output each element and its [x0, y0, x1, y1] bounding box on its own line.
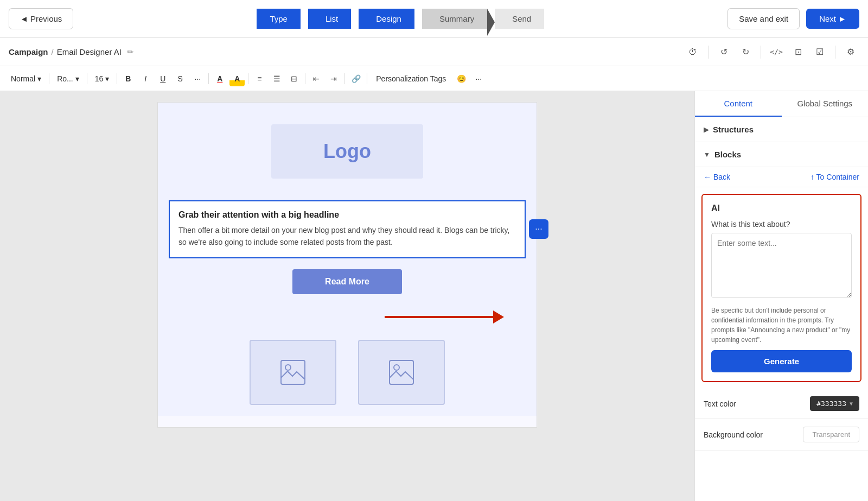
logo-box[interactable]: Logo	[271, 124, 423, 179]
divider	[87, 73, 87, 84]
italic-button[interactable]: I	[138, 71, 153, 86]
format-toolbar: Normal ▾ Ro... ▾ 16 ▾ B I U S ··· A A ≡ …	[0, 66, 868, 91]
check-icon[interactable]: ☑	[811, 43, 828, 61]
text-block-body: Then offer a bit more detail on your new…	[178, 224, 516, 249]
underline-button[interactable]: U	[155, 71, 170, 86]
tab-global-settings[interactable]: Global Settings	[782, 91, 869, 117]
read-more-block: Read More	[158, 258, 537, 305]
svg-rect-0	[281, 360, 305, 384]
generate-button[interactable]: Generate	[711, 350, 852, 372]
image-placeholder-1[interactable]	[250, 340, 336, 405]
image-icon-2	[388, 359, 415, 386]
style-select[interactable]: Normal ▾	[7, 72, 46, 85]
link-button[interactable]: 🔗	[348, 71, 363, 86]
ai-question: What is this text about?	[711, 220, 852, 229]
divider	[117, 73, 117, 84]
history-icon[interactable]: ⏱	[684, 43, 701, 61]
save-exit-button[interactable]: Save and exit	[727, 8, 800, 29]
back-button[interactable]: ← Back	[704, 173, 730, 181]
red-arrow-line	[385, 316, 493, 318]
undo-icon[interactable]: ↺	[715, 43, 732, 61]
chevron-right-icon: ▶	[704, 126, 709, 134]
breadcrumb-name: Email Designer AI	[57, 47, 122, 56]
indent-in-button[interactable]: ⇥	[326, 71, 341, 86]
structures-header[interactable]: ▶ Structures	[704, 125, 859, 134]
images-row	[158, 329, 537, 416]
more-format-button[interactable]: ···	[190, 71, 205, 86]
settings-icon[interactable]: ⚙	[842, 43, 859, 61]
logo-block: Logo	[158, 103, 537, 200]
read-more-button[interactable]: Read More	[292, 269, 402, 294]
structures-section: ▶ Structures	[695, 117, 868, 142]
text-block[interactable]: Grab their attention with a big headline…	[169, 200, 526, 258]
indent-out-button[interactable]: ⇤	[309, 71, 324, 86]
text-block-headline: Grab their attention with a big headline	[178, 210, 516, 220]
svg-point-1	[285, 365, 291, 370]
top-nav: ◄ Previous Type List Design Summary Send…	[0, 0, 868, 38]
image-icon-1	[279, 359, 307, 386]
text-color-label: Text color	[704, 399, 736, 408]
bg-color-label: Background color	[704, 430, 763, 439]
text-color-row: Text color #333333 ▼	[695, 389, 868, 419]
ai-box: AI What is this text about? Be specific …	[701, 194, 861, 382]
svg-rect-2	[390, 360, 413, 384]
divider	[761, 46, 761, 59]
ai-textarea[interactable]	[711, 233, 852, 298]
emoji-button[interactable]: 😊	[454, 71, 469, 86]
nav-left: ◄ Previous	[9, 8, 73, 29]
font-select[interactable]: Ro... ▾	[53, 72, 84, 85]
svg-point-3	[394, 365, 399, 370]
chevron-down-icon: ▼	[704, 151, 710, 158]
step-send[interactable]: Send	[495, 9, 544, 29]
panel-nav: ← Back ↑ To Container	[695, 167, 868, 187]
ai-title: AI	[711, 204, 852, 213]
blocks-section: ▼ Blocks	[695, 142, 868, 167]
image-placeholder-2[interactable]	[358, 340, 445, 405]
red-arrow	[385, 310, 504, 324]
list-ul-button[interactable]: ☰	[269, 71, 284, 86]
previous-button[interactable]: ◄ Previous	[9, 8, 73, 29]
editor-area: Logo Grab their attention with a big hea…	[0, 91, 694, 501]
divider	[49, 73, 49, 84]
right-panel: Content Global Settings ▶ Structures ▼ B…	[694, 91, 868, 501]
step-type[interactable]: Type	[257, 9, 301, 29]
breadcrumb-bar: Campaign / Email Designer AI ✏ ⏱ ↺ ↻ </>…	[0, 38, 868, 66]
red-arrow-head	[493, 310, 504, 324]
bold-button[interactable]: B	[120, 71, 136, 86]
edit-icon[interactable]: ✏	[127, 47, 134, 57]
ai-hint: Be specific but don't include personal o…	[711, 306, 852, 345]
align-button[interactable]: ≡	[252, 71, 267, 86]
divider	[367, 73, 367, 84]
email-canvas: Logo Grab their attention with a big hea…	[157, 102, 537, 428]
arrow-row	[158, 305, 537, 329]
font-color-button[interactable]: A	[212, 71, 227, 86]
code-icon[interactable]: </>	[768, 43, 785, 61]
bg-color-button[interactable]: A	[229, 71, 245, 86]
divider	[208, 73, 209, 84]
more2-button[interactable]: ···	[471, 71, 486, 86]
text-color-value: #333333	[816, 399, 846, 408]
to-container-button[interactable]: ↑ To Container	[810, 173, 859, 181]
list-format-button[interactable]: ⊟	[286, 71, 302, 86]
preview-icon[interactable]: ⊡	[789, 43, 807, 61]
breadcrumb-campaign: Campaign	[9, 47, 48, 56]
nav-right: Save and exit Next ►	[727, 8, 859, 29]
step-design[interactable]: Design	[359, 9, 414, 29]
panel-tabs: Content Global Settings	[695, 91, 868, 117]
step-list[interactable]: List	[308, 9, 351, 29]
size-select[interactable]: 16 ▾	[91, 72, 114, 85]
redo-icon[interactable]: ↻	[737, 43, 754, 61]
step-summary[interactable]: Summary	[422, 9, 487, 29]
text-block-menu-button[interactable]: ···	[529, 219, 548, 239]
divider	[344, 73, 345, 84]
bg-color-swatch[interactable]: Transparent	[803, 427, 859, 442]
personalization-button[interactable]: Personalization Tags	[371, 71, 451, 86]
next-button[interactable]: Next ►	[806, 9, 859, 29]
text-color-swatch[interactable]: #333333 ▼	[810, 396, 859, 411]
divider	[708, 46, 709, 59]
strikethrough-button[interactable]: S	[173, 71, 188, 86]
blocks-header[interactable]: ▼ Blocks	[704, 150, 859, 159]
tab-content[interactable]: Content	[695, 91, 782, 117]
bg-color-row: Background color Transparent	[695, 419, 868, 451]
toolbar-icons: ⏱ ↺ ↻ </> ⊡ ☑ ⚙	[684, 43, 859, 61]
